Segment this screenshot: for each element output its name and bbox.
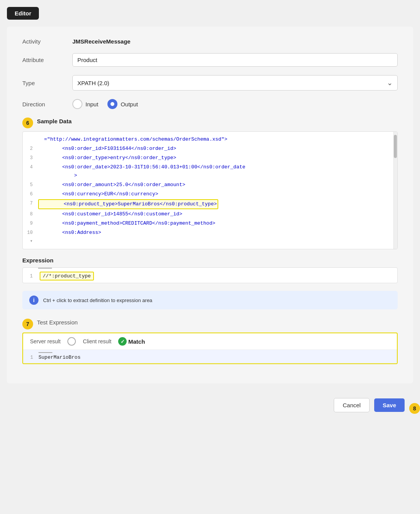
type-row: Type XPATH (2.0) ⌄ [22,75,398,91]
line-num-7: 7 [23,199,38,208]
line-content-5: <ns0:order_amount>25.0</ns0:order_amount… [38,181,185,189]
line-num-3: 3 [23,154,38,162]
type-select-value: XPATH (2.0) [77,80,109,86]
output-radio-option[interactable]: Output [107,99,138,109]
server-result-label: Server result [30,338,60,344]
editor-title: Editor [7,7,39,20]
info-icon: i [29,296,38,305]
sample-data-panel: ="http://www.integrationmatters.com/sche… [22,131,398,249]
chevron-down-icon: ⌄ [387,79,393,87]
output-radio[interactable] [107,99,117,109]
line-num-4: 4 [23,163,38,171]
input-label: Input [85,101,98,108]
info-text: Ctrl + click to extract definition to ex… [43,297,152,303]
code-line-8: 8 <ns0:customer_id>14855</ns0:customer_i… [23,210,397,219]
step-badge-8: 8 [409,403,420,414]
direction-row: Direction Input Output [22,99,398,109]
client-result-label: Client result [83,338,111,344]
expression-section: Expression 1 //*:product_type [22,257,398,283]
line-num-5: 5 [23,181,38,189]
line-num-6: 6 [23,190,38,198]
sample-data-code: ="http://www.integrationmatters.com/sche… [23,132,397,249]
code-line-7: 7 <ns0:product_type>SuperMarioBros</ns0:… [23,199,397,210]
main-panel: Activity JMSReceiveMessage Attribute Typ… [7,27,413,383]
code-line-6: 6 <ns0:currency>EUR</ns0:currency> [23,190,397,199]
activity-row: Activity JMSReceiveMessage [22,38,398,45]
result-underline [38,352,52,353]
direction-label: Direction [22,101,72,108]
line-content-8: <ns0:customer_id>14855</ns0:customer_id> [38,210,182,218]
expression-value[interactable]: //*:product_type [40,272,94,281]
output-label: Output [120,101,138,108]
match-badge: Match [118,337,145,346]
scrollbar-track[interactable] [393,132,397,249]
type-select[interactable]: XPATH (2.0) ⌄ [72,75,398,91]
line-num-8: 8 [23,210,38,218]
result-line-1: 1 SuperMarioBros [23,354,397,361]
input-radio-option[interactable]: Input [72,99,98,109]
sample-data-section: 6 Sample Data ="http://www.integrationma… [22,118,398,249]
line-content-2: <ns0:order_id>F10311644</ns0:order_id> [38,144,176,153]
match-label: Match [128,338,145,345]
test-expression-section: 7 Test Expression Server result Client r… [22,319,398,364]
line-num-2: 2 [23,144,38,153]
code-line-3: 3 <ns0:order_type>entry</ns0:order_type> [23,153,397,163]
server-result-circle [67,337,76,346]
expression-panel: 1 //*:product_type [22,267,398,283]
direction-options: Input Output [72,99,138,109]
info-bar: i Ctrl + click to extract definition to … [22,291,398,309]
expr-line-num: 1 [23,272,38,281]
result-value: SuperMarioBros [38,354,80,360]
type-label: Type [22,80,72,86]
line-content-9: <ns0:payment_method>CREDITCARD</ns0:paym… [38,219,215,228]
line-num-10: 10 ▾ [23,228,38,245]
line-content-3: <ns0:order_type>entry</ns0:order_type> [38,154,176,162]
result-panel: Server result Client result Match 1 Supe… [22,333,398,364]
expression-title: Expression [22,257,398,264]
attribute-input[interactable] [72,53,398,67]
code-line-9: 9 <ns0:payment_method>CREDITCARD</ns0:pa… [23,219,397,228]
expression-inner: 1 //*:product_type [23,269,397,283]
result-header: Server result Client result Match [23,333,397,350]
activity-label: Activity [22,38,72,45]
sample-data-title: Sample Data [37,118,72,124]
scrollbar-thumb[interactable] [394,135,397,158]
code-line-10: 10 ▾ <ns0:Address> [23,228,397,246]
line-content-4: <ns0:order_date>2023-10-31T10:56:40.013+… [38,163,245,180]
line-content-10: <ns0:Address> [38,228,101,237]
input-radio[interactable] [72,99,82,109]
footer-row: Cancel Save 8 [0,390,420,420]
expression-underline [38,268,52,269]
line-content-1: ="http://www.integrationmatters.com/sche… [38,135,227,144]
step-badge-6: 6 [22,118,33,128]
code-line-2: 2 <ns0:order_id>F10311644</ns0:order_id> [23,144,397,153]
line-content-6: <ns0:currency>EUR</ns0:currency> [38,190,158,198]
step-badge-7: 7 [22,319,33,329]
attribute-label: Attribute [22,57,72,63]
result-line-num: 1 [23,355,38,360]
line-content-7: <ns0:product_type>SuperMarioBros</ns0:pr… [38,199,218,209]
code-line-5: 5 <ns0:order_amount>25.0</ns0:order_amou… [23,180,397,190]
code-line-1: ="http://www.integrationmatters.com/sche… [23,135,397,144]
result-body: 1 SuperMarioBros [23,350,397,363]
save-button[interactable]: Save [374,398,405,412]
match-icon [118,337,127,346]
attribute-row: Attribute [22,53,398,67]
line-num-9: 9 [23,219,38,228]
test-expression-title: Test Expression [37,319,78,326]
activity-value: JMSReceiveMessage [72,38,131,45]
code-line-4: 4 <ns0:order_date>2023-10-31T10:56:40.01… [23,163,397,180]
cancel-button[interactable]: Cancel [334,398,370,412]
